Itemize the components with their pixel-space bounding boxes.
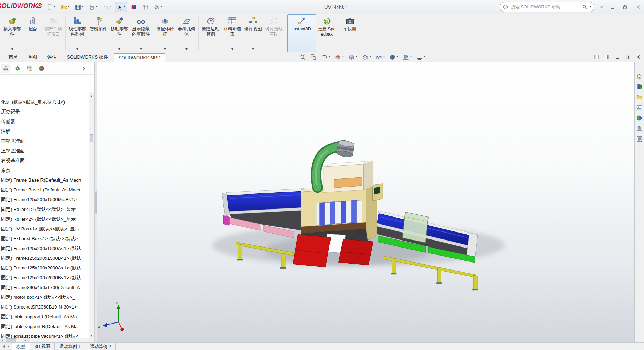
splitter-handle[interactable]: [95, 191, 97, 214]
command-tab[interactable]: 草图: [23, 52, 42, 62]
displaymanager-tab[interactable]: [37, 64, 46, 73]
dropdown-caret-icon[interactable]: [109, 6, 112, 8]
tree-item[interactable]: 固定) Frame125x200x1500MidB<1>: [0, 195, 89, 204]
doc-tab[interactable]: 3D 视图: [30, 343, 55, 350]
dropdown-caret-icon[interactable]: [185, 48, 188, 51]
dropdown-caret-icon[interactable]: [82, 6, 84, 8]
docwin-minimize-button[interactable]: [613, 53, 621, 61]
doc-tab[interactable]: 运动算例 2: [85, 343, 116, 350]
doc-tabs-scroll-left-button[interactable]: [1, 344, 6, 349]
tree-item[interactable]: 固定) Frame890x450x1700(Default_A: [0, 282, 89, 292]
dropdown-caret-icon[interactable]: [328, 56, 331, 58]
minimize-window-button[interactable]: [608, 2, 618, 12]
ribbon-snapshot-button[interactable]: 拍快照: [340, 14, 359, 52]
docwin-pane-left-button[interactable]: [592, 53, 600, 61]
print-button[interactable]: [87, 2, 99, 12]
tree-item[interactable]: 固定) Frame125x200x1500B<1> (默认: [0, 253, 89, 263]
dropdown-caret-icon[interactable]: [396, 56, 399, 58]
ribbon-motion-study-button[interactable]: 新建运动算例: [200, 14, 221, 52]
ribbon-show-hidden-button[interactable]: 显示隐藏的零部件: [130, 14, 152, 52]
dropdown-caret-icon[interactable]: [231, 48, 233, 51]
hide-show-button[interactable]: [374, 53, 386, 61]
dropdown-caret-icon[interactable]: [118, 48, 120, 51]
featuremanager-tab[interactable]: [1, 64, 10, 73]
scroll-thumb[interactable]: [90, 134, 93, 142]
tree-item[interactable]: 固定) exhaust pipe vacum<1> (默认<: [0, 331, 89, 338]
docwin-close-button[interactable]: [634, 53, 642, 61]
tree-item[interactable]: 前视基准面: [0, 136, 89, 146]
display-style-button[interactable]: [361, 53, 372, 61]
dropdown-caret-icon[interactable]: [164, 48, 166, 51]
tree-item[interactable]: 上视基准面: [0, 146, 89, 155]
ribbon-move-component-button[interactable]: 移动零部件: [108, 14, 130, 52]
tree-item[interactable]: 化炉 (默认<默认_显示状态-1>): [0, 97, 89, 107]
command-tab[interactable]: SOLIDWORKS MBD: [114, 53, 166, 62]
tree-item[interactable]: 传感器: [0, 116, 89, 126]
tree-item[interactable]: 注解: [0, 126, 89, 136]
tree-item[interactable]: 固定) Roller<1> (默认<<默认>_显示: [0, 204, 89, 214]
tree-item[interactable]: 固定) Roller<2> (默认<<默认>_显示: [0, 214, 89, 224]
tree-item[interactable]: 固定) Frame125x200x2000B<1> (默认: [0, 273, 89, 282]
scroll-up-arrow[interactable]: [89, 92, 94, 98]
ribbon-assembly-features-button[interactable]: 装配体特征: [154, 14, 176, 52]
ribbon-component-preview-button[interactable]: 零部件预览窗口: [43, 14, 64, 52]
view-palette-button[interactable]: [635, 104, 643, 112]
tree-item[interactable]: 固定) SprocketSP2060B19-N-30<1>: [0, 302, 89, 312]
previous-view-button[interactable]: [320, 53, 331, 61]
tree-item[interactable]: 右视基准面: [0, 155, 89, 165]
ribbon-linear-pattern-button[interactable]: 线性零部件阵列: [67, 14, 88, 52]
ribbon-explode-sketch-button[interactable]: 爆炸直线草图: [263, 14, 285, 52]
ribbon-bom-button[interactable]: 材料明细表: [221, 14, 243, 52]
docwin-restore-button[interactable]: [624, 53, 631, 61]
design-library-button[interactable]: [635, 83, 643, 91]
top-control-box[interactable]: [323, 161, 373, 193]
new-document-button[interactable]: [45, 2, 57, 12]
tree-item[interactable]: 固定) Exhaust Box<1> (默认<<默认>_: [0, 234, 89, 243]
ribbon-speedpak-button[interactable]: 更新 Speedpak: [316, 14, 338, 52]
tree-item[interactable]: 固定) motor box<1> (默认<<默认>_: [0, 292, 89, 302]
color-toggle-button[interactable]: [129, 2, 138, 12]
home-button[interactable]: [635, 72, 643, 80]
panel-collapse-button[interactable]: [79, 64, 88, 73]
docwin-pane-right-button[interactable]: [603, 53, 611, 61]
doc-tab[interactable]: 运动算例 1: [55, 343, 85, 350]
settings-gear-button[interactable]: [152, 2, 164, 12]
ribbon-reference-geometry-button[interactable]: 参考几何体: [176, 14, 197, 52]
tree-vertical-scrollbar[interactable]: [89, 92, 94, 338]
section-view-button[interactable]: [334, 53, 345, 61]
tree-item[interactable]: 历史记录: [0, 107, 89, 116]
tree-item[interactable]: 原点: [0, 165, 89, 175]
propertymanager-tab[interactable]: [13, 64, 22, 73]
dropdown-caret-icon[interactable]: [160, 6, 162, 8]
scroll-right-arrow[interactable]: [23, 338, 29, 342]
restore-window-button[interactable]: [621, 2, 630, 12]
dropdown-caret-icon[interactable]: [11, 48, 13, 51]
undo-button[interactable]: [101, 2, 113, 12]
save-button[interactable]: [73, 2, 85, 12]
view-orientation-button[interactable]: [347, 53, 358, 61]
menu-expand-button[interactable]: [35, 3, 41, 11]
tree-item[interactable]: 固定) Frame Base L(Default_As Mach: [0, 185, 89, 195]
dropdown-caret-icon[interactable]: [96, 6, 98, 8]
search-input[interactable]: [510, 4, 580, 10]
tree-item[interactable]: 固定) Frame125x200x1500A<1> (默认: [0, 243, 89, 253]
dropdown-caret-icon[interactable]: [140, 48, 142, 51]
file-explorer-button[interactable]: [635, 93, 643, 101]
tree-item[interactable]: 固定) Frame125x200x2000A<1> (默认: [0, 263, 89, 273]
dropdown-caret-icon[interactable]: [383, 56, 385, 58]
scroll-down-arrow[interactable]: [89, 333, 94, 338]
search-dropdown-caret-icon[interactable]: [589, 6, 591, 8]
doc-tab[interactable]: 模型: [12, 343, 30, 350]
tree-item[interactable]: 固定) table support L(Default_As Ma: [0, 312, 89, 321]
scene-button[interactable]: [402, 53, 413, 61]
magnifier-icon[interactable]: [582, 4, 588, 10]
doc-tabs-scroll-right-button[interactable]: [6, 344, 11, 349]
scroll-thumb[interactable]: [6, 338, 16, 342]
scroll-left-arrow[interactable]: [0, 338, 5, 342]
scenes-pane-button[interactable]: [635, 124, 643, 132]
command-tab[interactable]: SOLIDWORKS 插件: [62, 52, 113, 62]
custom-props-button[interactable]: [635, 135, 643, 143]
command-tab[interactable]: 布局: [3, 52, 22, 62]
dropdown-caret-icon[interactable]: [252, 48, 254, 51]
ribbon-exploded-view-button[interactable]: 爆炸视图: [243, 14, 263, 52]
